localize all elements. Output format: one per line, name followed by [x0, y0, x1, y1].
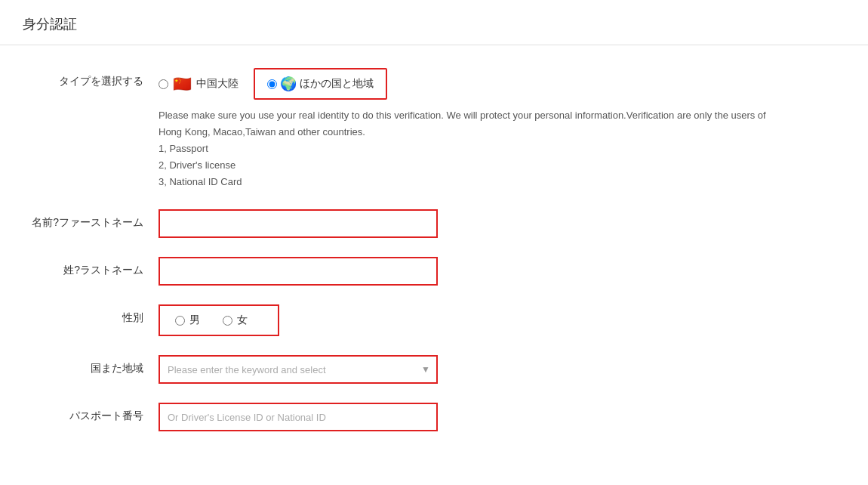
page-title: 身分認証: [23, 15, 845, 33]
gender-wrap: 男 女: [159, 304, 845, 336]
type-selector-label: タイプを選択する: [23, 68, 159, 89]
gender-male[interactable]: 男: [175, 314, 200, 327]
gender-female[interactable]: 女: [223, 314, 248, 327]
country-select[interactable]: Please enter the keyword and select: [159, 355, 438, 384]
china-flag-icon: 🇨🇳: [173, 75, 192, 93]
option-china[interactable]: 🇨🇳 中国大陸: [159, 75, 239, 93]
passport-label: パスポート番号: [23, 403, 159, 424]
last-name-row: 姓?ラストネーム: [23, 257, 845, 286]
gender-row: 性別 男 女: [23, 304, 845, 336]
radio-male[interactable]: [175, 316, 185, 326]
page-header: 身分認証: [0, 0, 868, 45]
form-container: タイプを選択する 🇨🇳 中国大陸 🌍 ほかの国と地域 Please make s: [0, 45, 868, 473]
male-label: 男: [189, 314, 200, 327]
passport-input[interactable]: [159, 403, 438, 431]
first-name-label: 名前?ファーストネーム: [23, 209, 159, 230]
gender-group: 男 女: [159, 304, 279, 336]
last-name-input[interactable]: [159, 257, 438, 286]
passport-row: パスポート番号: [23, 403, 845, 431]
first-name-row: 名前?ファーストネーム: [23, 209, 845, 238]
option-other[interactable]: 🌍 ほかの国と地域: [254, 68, 387, 100]
last-name-wrap: [159, 257, 845, 286]
country-wrap: Please enter the keyword and select ▼: [159, 355, 845, 384]
info-main-text: Please make sure you use your real ident…: [159, 107, 777, 141]
passport-wrap: [159, 403, 845, 431]
radio-female[interactable]: [223, 316, 232, 326]
other-label: ほかの国と地域: [300, 77, 374, 91]
type-selector: 🇨🇳 中国大陸 🌍 ほかの国と地域: [159, 68, 845, 100]
globe-icon: 🌍: [280, 76, 297, 92]
country-dropdown-wrap: Please enter the keyword and select ▼: [159, 355, 438, 384]
radio-other[interactable]: [267, 79, 277, 89]
female-label: 女: [237, 314, 248, 327]
country-row: 国また地域 Please enter the keyword and selec…: [23, 355, 845, 384]
info-item-1: 1, Passport: [159, 141, 777, 157]
type-selector-wrap: 🇨🇳 中国大陸 🌍 ほかの国と地域 Please make sure you u…: [159, 68, 845, 190]
first-name-input[interactable]: [159, 209, 438, 238]
gender-label: 性別: [23, 304, 159, 326]
last-name-label: 姓?ラストネーム: [23, 257, 159, 278]
info-item-2: 2, Driver's license: [159, 157, 777, 174]
country-label: 国また地域: [23, 355, 159, 376]
info-text-block: Please make sure you use your real ident…: [159, 107, 777, 190]
first-name-wrap: [159, 209, 845, 238]
info-item-3: 3, National ID Card: [159, 174, 777, 190]
radio-china[interactable]: [159, 79, 168, 89]
china-label: 中国大陸: [196, 77, 239, 91]
type-selector-row: タイプを選択する 🇨🇳 中国大陸 🌍 ほかの国と地域 Please make s: [23, 68, 845, 190]
